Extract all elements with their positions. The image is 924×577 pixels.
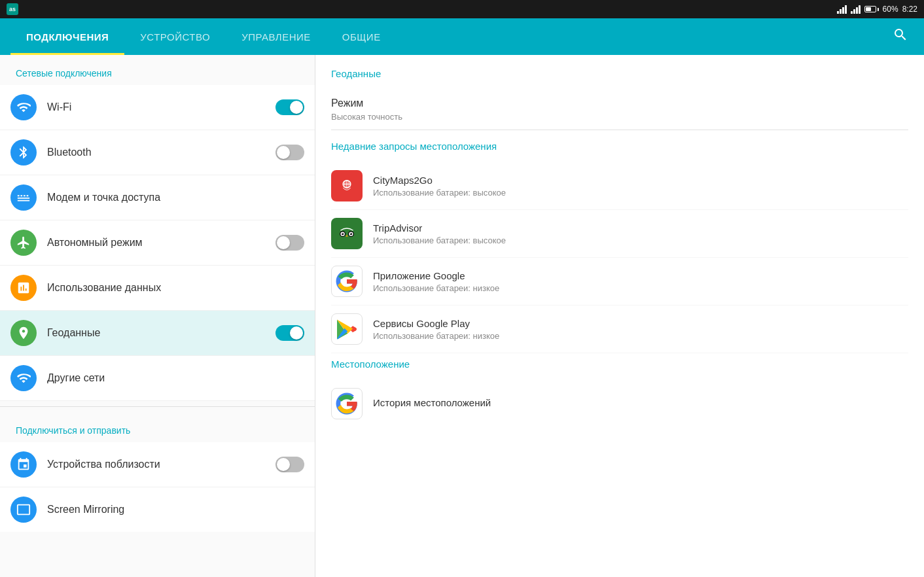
search-button[interactable]	[887, 22, 914, 52]
divider-1	[0, 406, 315, 407]
googleplay-info: Сервисы Google Play Использование батаре…	[373, 318, 908, 341]
setting-item-modem[interactable]: Модем и точка доступа	[0, 175, 315, 220]
googleplay-battery: Использование батареи: низкое	[373, 331, 908, 341]
modem-label: Модем и точка доступа	[47, 192, 304, 203]
neardevices-toggle[interactable]	[275, 457, 304, 472]
tripadvisor-icon	[331, 218, 363, 249]
battery-indicator	[864, 6, 879, 12]
left-panel: Сетевые подключения Wi-Fi Bluetooth	[0, 55, 315, 577]
mode-item[interactable]: Режим Высокая точность	[331, 90, 908, 130]
screenmirror-label: Screen Mirroring	[47, 504, 304, 516]
tripadvisor-info: TripAdvisor Использование батареи: высок…	[373, 222, 908, 245]
network-section-header: Сетевые подключения	[0, 55, 315, 85]
svg-point-13	[350, 233, 351, 234]
geodata-toggle[interactable]	[275, 325, 304, 341]
google-app-name: Приложение Google	[373, 270, 908, 281]
location-section-header: Местоположение	[331, 358, 908, 370]
nav-bar: ПОДКЛЮЧЕНИЯ УСТРОЙСТВО УПРАВЛЕНИЕ ОБЩИЕ	[0, 18, 924, 55]
tripadvisor-name: TripAdvisor	[373, 222, 908, 234]
google-history-info: История местоположений	[373, 397, 908, 410]
airplane-icon	[10, 230, 37, 256]
citymaps-info: CityMaps2Go Использование батареи: высок…	[373, 175, 908, 198]
status-bar: as 60% 8:22	[0, 0, 924, 18]
svg-rect-5	[336, 223, 357, 244]
setting-item-othernets[interactable]: Другие сети	[0, 356, 315, 401]
google-history-name: История местоположений	[373, 397, 908, 408]
citymaps-battery: Использование батареи: высокое	[373, 188, 908, 198]
google-app-battery: Использование батареи: низкое	[373, 283, 908, 293]
app-item-googleplay[interactable]: Сервисы Google Play Использование батаре…	[331, 306, 908, 353]
google-app-info: Приложение Google Использование батареи:…	[373, 270, 908, 293]
geodata-section-header: Геоданные	[331, 68, 908, 79]
mode-title: Режим	[331, 97, 908, 109]
mode-subtitle: Высокая точность	[331, 112, 908, 122]
app-icon: as	[7, 3, 18, 15]
citymaps-name: CityMaps2Go	[373, 175, 908, 186]
nearby-devices-icon	[10, 451, 37, 478]
neardevices-label: Устройства поблизости	[47, 459, 275, 470]
tab-management[interactable]: УПРАВЛЕНИЕ	[226, 18, 327, 55]
setting-item-neardevices[interactable]: Устройства поблизости	[0, 442, 315, 487]
google-app-icon	[331, 266, 363, 297]
svg-point-10	[342, 233, 344, 235]
geodata-label: Геоданные	[47, 327, 275, 339]
other-networks-icon	[10, 365, 37, 391]
othernets-label: Другие сети	[47, 372, 304, 384]
app-item-google-history[interactable]: История местоположений	[331, 380, 908, 427]
nav-tabs: ПОДКЛЮЧЕНИЯ УСТРОЙСТВО УПРАВЛЕНИЕ ОБЩИЕ	[10, 18, 887, 55]
setting-item-datausage[interactable]: Использование данных	[0, 266, 315, 311]
bluetooth-icon	[10, 139, 37, 166]
googleplay-name: Сервисы Google Play	[373, 318, 908, 329]
setting-item-airplane[interactable]: Автономный режим	[0, 220, 315, 266]
app-item-tripadvisor[interactable]: TripAdvisor Использование батареи: высок…	[331, 210, 908, 258]
setting-item-geodata[interactable]: Геоданные	[0, 311, 315, 356]
airplane-label: Автономный режим	[47, 237, 275, 249]
google-history-icon	[331, 388, 363, 419]
screen-mirror-icon	[10, 497, 37, 523]
tripadvisor-battery: Использование батареи: высокое	[373, 236, 908, 245]
status-bar-left: as	[7, 3, 18, 15]
main-content: Сетевые подключения Wi-Fi Bluetooth	[0, 55, 924, 577]
signal-icon	[851, 5, 861, 14]
airplane-toggle[interactable]	[275, 235, 304, 251]
clock: 8:22	[902, 5, 917, 14]
bluetooth-toggle[interactable]	[275, 145, 304, 160]
app-item-google[interactable]: Приложение Google Использование батареи:…	[331, 258, 908, 306]
svg-point-11	[350, 233, 352, 235]
wifi-icon	[10, 94, 37, 120]
connect-section-header: Подключиться и отправить	[0, 412, 315, 442]
geo-icon	[10, 320, 37, 346]
data-usage-icon	[10, 275, 37, 301]
setting-item-wifi[interactable]: Wi-Fi	[0, 85, 315, 130]
datausage-label: Использование данных	[47, 282, 304, 294]
status-bar-right: 60% 8:22	[837, 5, 917, 14]
setting-item-bluetooth[interactable]: Bluetooth	[0, 130, 315, 175]
setting-item-screenmirror[interactable]: Screen Mirroring	[0, 487, 315, 532]
right-panel: Геоданные Режим Высокая точность Недавни…	[315, 55, 924, 577]
citymaps-icon	[331, 170, 363, 201]
bluetooth-label: Bluetooth	[47, 147, 275, 158]
tab-general[interactable]: ОБЩИЕ	[327, 18, 397, 55]
svg-point-12	[342, 233, 342, 234]
wifi-label: Wi-Fi	[47, 101, 275, 113]
wifi-status-icon	[837, 5, 847, 14]
recent-section-header: Недавние запросы местоположения	[331, 141, 908, 152]
tab-connections[interactable]: ПОДКЛЮЧЕНИЯ	[10, 18, 124, 55]
wifi-toggle[interactable]	[275, 99, 304, 115]
googleplay-icon	[331, 313, 363, 345]
battery-percent: 60%	[883, 5, 898, 14]
tab-device[interactable]: УСТРОЙСТВО	[124, 18, 226, 55]
app-item-citymaps[interactable]: CityMaps2Go Использование батареи: высок…	[331, 162, 908, 210]
modem-icon	[10, 184, 37, 211]
